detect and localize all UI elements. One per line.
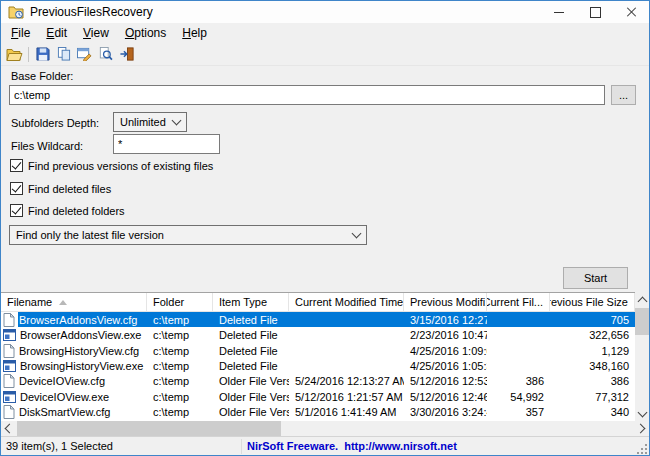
filename-text: DiskSmartView.cfg bbox=[19, 406, 111, 418]
cell-current_modified: 5/1/2016 1:41:49 AM bbox=[289, 406, 404, 418]
vertical-scrollbar-thumb[interactable] bbox=[635, 308, 649, 335]
titlebar[interactable]: PreviousFilesRecovery bbox=[1, 1, 649, 23]
column-header-label: Previous Modifi... bbox=[410, 296, 487, 308]
cell-current_size: 386 bbox=[487, 375, 550, 387]
cell-previous_modified: 4/25/2016 1:09:0... bbox=[404, 345, 487, 357]
start-button[interactable]: Start bbox=[563, 267, 628, 289]
table-row[interactable]: DeviceIOView.exec:\tempOlder File Vers..… bbox=[1, 389, 635, 404]
column-header-filename[interactable]: Filename bbox=[1, 293, 147, 311]
table-row[interactable]: BrowserAddonsView.cfgc:\tempDeleted File… bbox=[1, 312, 635, 327]
cfg-file-icon bbox=[3, 344, 15, 358]
column-header-label: Current Fil... bbox=[487, 296, 543, 308]
scroll-left-button[interactable] bbox=[1, 421, 16, 436]
vertical-scrollbar[interactable] bbox=[635, 292, 649, 421]
cell-previous_size: 1,129 bbox=[550, 345, 635, 357]
chevron-left-icon bbox=[5, 424, 15, 434]
scroll-up-button[interactable] bbox=[635, 292, 649, 307]
resize-grip-icon[interactable] bbox=[635, 442, 647, 454]
column-header-current_size[interactable]: Current Fil... bbox=[487, 293, 550, 311]
column-header-folder[interactable]: Folder bbox=[147, 293, 213, 311]
chevron-down-icon bbox=[352, 229, 362, 239]
files-wildcard-input[interactable] bbox=[113, 134, 220, 154]
window-title: PreviousFilesRecovery bbox=[30, 5, 153, 19]
open-folder-button[interactable] bbox=[4, 44, 25, 64]
version-mode-select[interactable]: Find only the latest file version bbox=[9, 225, 367, 245]
table-row[interactable]: DiskSmartView.cfgc:\tempOlder File Vers.… bbox=[1, 405, 635, 420]
filename-text: DeviceIOView.exe bbox=[20, 391, 109, 403]
table-row[interactable]: BrowsingHistoryView.cfgc:\tempDeleted Fi… bbox=[1, 343, 635, 358]
save-button[interactable] bbox=[32, 44, 53, 64]
checkbox-2[interactable]: Find deleted files bbox=[10, 181, 111, 196]
chevron-down-icon bbox=[637, 407, 647, 417]
menu-file[interactable]: File bbox=[3, 24, 38, 42]
chevron-up-icon bbox=[637, 296, 647, 306]
cell-previous_modified: 4/25/2016 1:05:3... bbox=[404, 360, 487, 372]
cell-filename: BrowsingHistoryView.exe bbox=[1, 360, 147, 372]
cell-filename: BrowserAddonsView.exe bbox=[1, 329, 147, 341]
column-header-label: Current Modified Time bbox=[295, 296, 403, 308]
column-header-previous_modified[interactable]: Previous Modifi... bbox=[404, 293, 487, 311]
column-header-current_modified[interactable]: Current Modified Time bbox=[289, 293, 404, 311]
cell-previous_size: 386 bbox=[550, 375, 635, 387]
horizontal-scrollbar[interactable] bbox=[1, 421, 649, 436]
chevron-right-icon bbox=[636, 424, 646, 434]
cell-folder: c:\temp bbox=[147, 360, 213, 372]
column-header-label: Previous File Size bbox=[550, 296, 628, 308]
table-row[interactable]: BrowsingHistoryView.exec:\tempDeleted Fi… bbox=[1, 358, 635, 373]
exit-icon bbox=[120, 47, 134, 61]
cell-previous_size: 77,312 bbox=[550, 391, 635, 403]
open-folder-icon bbox=[6, 47, 23, 62]
table-row[interactable]: BrowserAddonsView.exec:\tempDeleted File… bbox=[1, 327, 635, 342]
filename-text: BrowserAddonsView.exe bbox=[20, 329, 141, 341]
column-header-previous_size[interactable]: Previous File Size bbox=[550, 293, 635, 311]
table-row[interactable]: DeviceIOView.cfgc:\tempOlder File Vers..… bbox=[1, 374, 635, 389]
cell-item_type: Older File Vers... bbox=[213, 406, 289, 418]
checkbox-box-icon bbox=[10, 159, 23, 172]
checkbox-1[interactable]: Find previous versions of existing files bbox=[10, 158, 213, 173]
scroll-down-button[interactable] bbox=[635, 406, 649, 421]
find-button[interactable] bbox=[95, 44, 116, 64]
menu-view[interactable]: View bbox=[75, 24, 117, 42]
close-button[interactable] bbox=[613, 1, 649, 23]
menu-edit[interactable]: Edit bbox=[38, 24, 75, 42]
horizontal-scrollbar-thumb[interactable] bbox=[17, 421, 281, 436]
cell-item_type: Deleted File bbox=[213, 329, 289, 341]
minimize-button[interactable] bbox=[541, 1, 577, 23]
cell-previous_modified: 3/15/2016 12:27:... bbox=[404, 314, 487, 326]
cell-filename: DeviceIOView.exe bbox=[1, 391, 147, 403]
base-folder-label: Base Folder: bbox=[11, 70, 73, 82]
properties-button[interactable] bbox=[74, 44, 95, 64]
cell-item_type: Older File Vers... bbox=[213, 375, 289, 387]
cell-folder: c:\temp bbox=[147, 375, 213, 387]
base-folder-input[interactable] bbox=[9, 85, 605, 105]
menu-help[interactable]: Help bbox=[174, 24, 215, 42]
menu-options[interactable]: Options bbox=[117, 24, 174, 42]
filename-text: BrowsingHistoryView.cfg bbox=[19, 345, 139, 357]
exe-file-icon bbox=[3, 329, 16, 341]
cell-folder: c:\temp bbox=[147, 391, 213, 403]
scroll-right-button[interactable] bbox=[634, 421, 649, 436]
cell-previous_modified: 2/23/2016 10:47:... bbox=[404, 329, 487, 341]
toolbar-separator bbox=[28, 47, 29, 62]
subfolders-depth-select[interactable]: Unlimited bbox=[113, 112, 187, 132]
close-icon bbox=[625, 6, 637, 18]
copy-button[interactable] bbox=[53, 44, 74, 64]
cfg-file-icon bbox=[3, 313, 15, 327]
column-header-item_type[interactable]: Item Type bbox=[213, 293, 289, 311]
minimize-icon bbox=[554, 12, 564, 13]
exit-button[interactable] bbox=[116, 44, 137, 64]
cell-current_modified: 5/12/2016 1:21:57 AM bbox=[289, 391, 404, 403]
maximize-button[interactable] bbox=[577, 1, 613, 23]
sort-ascending-icon bbox=[59, 300, 67, 305]
status-items-count: 39 item(s), 1 Selected bbox=[6, 440, 113, 452]
cell-previous_size: 340 bbox=[550, 406, 635, 418]
filename-text: BrowserAddonsView.cfg bbox=[19, 314, 137, 326]
statusbar: 39 item(s), 1 Selected NirSoft Freeware.… bbox=[1, 436, 649, 456]
cell-item_type: Deleted File bbox=[213, 345, 289, 357]
checkbox-label: Find previous versions of existing files bbox=[28, 160, 213, 172]
nirsoft-link[interactable]: NirSoft Freeware. http://www.nirsoft.net bbox=[247, 440, 457, 452]
save-icon bbox=[36, 47, 50, 61]
subfolders-depth-label: Subfolders Depth: bbox=[11, 117, 99, 129]
browse-button[interactable]: ... bbox=[611, 85, 636, 105]
checkbox-3[interactable]: Find deleted folders bbox=[10, 203, 125, 218]
